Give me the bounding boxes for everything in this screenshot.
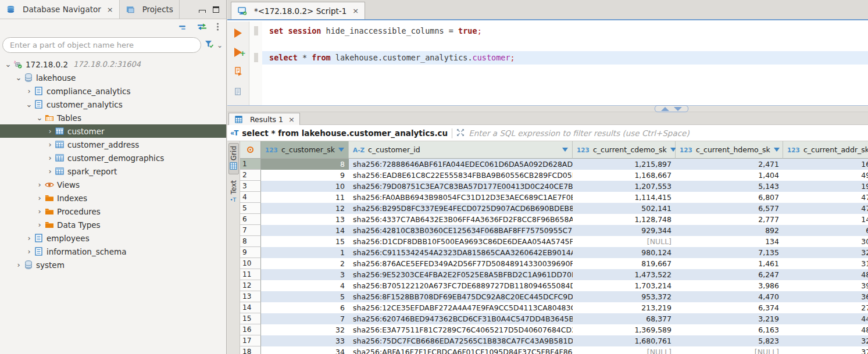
expand-filter-icon[interactable] xyxy=(456,128,465,138)
tree-item-172-18-0-2[interactable]: ⌄172.18.0.2172.18.0.2:31604 xyxy=(0,58,226,71)
chevron-collapsed-icon[interactable]: › xyxy=(24,234,34,242)
grid-cell[interactable]: 819,667 xyxy=(573,258,676,269)
code-line[interactable]: select * from lakehouse.customer_analyti… xyxy=(262,51,868,65)
grid-cell[interactable]: 2,777 xyxy=(676,214,783,225)
column-header-c_customer_id[interactable]: A-Zc_customer_id xyxy=(349,141,573,159)
grid-cell[interactable]: 2,471 xyxy=(676,159,783,170)
tree-item-spark-report[interactable]: ›spark_report xyxy=(0,165,226,178)
grid-cell[interactable]: 10 xyxy=(261,181,349,192)
grid-cell[interactable]: 27,089 xyxy=(783,302,868,313)
grid-cell[interactable]: 49,388 xyxy=(783,170,868,181)
grid-cell[interactable]: 36,365 xyxy=(783,291,868,302)
grid-cell[interactable]: sha256:4337C7AB6432E3B06FF4A3636FD2F8CC8… xyxy=(349,214,573,225)
chevron-collapsed-icon[interactable]: › xyxy=(35,194,44,202)
row-number[interactable]: 14 xyxy=(240,302,261,313)
grid-cell[interactable]: 30,469 xyxy=(783,236,868,247)
grid-cell[interactable]: 953,372 xyxy=(573,291,676,302)
grid-cell[interactable]: 4,470 xyxy=(676,291,783,302)
grid-cell[interactable]: 1,473,522 xyxy=(573,269,676,280)
grid-cell[interactable]: 32,941 xyxy=(783,247,868,258)
grid-cell[interactable]: 48,579 xyxy=(783,269,868,280)
row-number[interactable]: 10 xyxy=(240,258,261,269)
grid-cell[interactable]: 1,128,748 xyxy=(573,214,676,225)
grid-cell[interactable]: 4 xyxy=(261,280,349,291)
grid-cell[interactable]: sha256:B705122120A673FC7DE6889727DB11809… xyxy=(349,280,573,291)
tree-item-customer-address[interactable]: ›customer_address xyxy=(0,138,226,151)
row-number[interactable]: 7 xyxy=(240,225,261,236)
column-filter-dropdown-icon[interactable] xyxy=(774,148,780,152)
grid-cell[interactable]: [NULL] xyxy=(573,346,676,354)
chevron-collapsed-icon[interactable]: › xyxy=(24,247,34,256)
chevron-collapsed-icon[interactable]: › xyxy=(14,260,23,269)
tab-sql-script[interactable]: *<172.18.0.2> Script-1 × xyxy=(231,2,365,19)
select-all-corner[interactable] xyxy=(240,141,261,159)
row-number[interactable]: 6 xyxy=(240,214,261,225)
grid-cell[interactable]: 1,703,214 xyxy=(573,280,676,291)
row-number[interactable]: 3 xyxy=(240,181,261,192)
grid-cell[interactable]: 1,168,667 xyxy=(573,170,676,181)
row-number[interactable]: 15 xyxy=(240,313,261,324)
grid-cell[interactable]: sha256:8F1528BB708DF69EB475DC92A8C20EC44… xyxy=(349,291,573,302)
tree-item-lakehouse[interactable]: ⌄lakehouse xyxy=(0,71,226,84)
execute-statement-icon[interactable] xyxy=(234,28,242,38)
grid-cell[interactable]: 31,651 xyxy=(783,258,868,269)
collapse-down-icon[interactable] xyxy=(674,107,682,111)
grid-cell[interactable]: 7,135 xyxy=(676,247,783,258)
tree-item-compliance-analytics[interactable]: ›compliance_analytics xyxy=(0,84,226,98)
filter-dropdown-icon[interactable]: ⌄ xyxy=(217,41,223,49)
tree-item-employees[interactable]: ›employees xyxy=(0,231,226,245)
grid-cell[interactable]: 1 xyxy=(261,247,349,258)
grid-cell[interactable]: sha256:E3A77511F81C7289C76C4065217D5D406… xyxy=(349,324,573,335)
grid-cell[interactable]: 980,124 xyxy=(573,247,676,258)
grid-cell[interactable]: 5 xyxy=(261,291,349,302)
explain-plan-icon[interactable] xyxy=(234,88,242,98)
chevron-collapsed-icon[interactable]: › xyxy=(35,180,44,189)
grid-cell[interactable]: sha256:620746BED947362BCD6CF31B0A4C547DD… xyxy=(349,313,573,324)
grid-cell[interactable]: sha256:12CE35EFDABF272A4A47E9FA9CC5D4113… xyxy=(349,302,573,313)
grid-cell[interactable]: sha256:9E52303CE4FBA2E2F0525E8A5BFBD2C1A… xyxy=(349,269,573,280)
grid-cell[interactable]: sha256:42810C83B0360CE125634F068BAF8FF75… xyxy=(349,225,573,236)
grid-cell[interactable]: 9 xyxy=(261,170,349,181)
execute-script-icon[interactable] xyxy=(234,67,243,78)
chevron-expanded-icon[interactable]: ⌄ xyxy=(3,60,13,69)
grid-cell[interactable]: 1,404 xyxy=(676,170,783,181)
column-filter-dropdown-icon[interactable] xyxy=(338,148,344,152)
grid-cell[interactable]: 19,583 xyxy=(783,181,868,192)
grid-cell[interactable]: 2 xyxy=(261,258,349,269)
row-number[interactable]: 16 xyxy=(240,324,261,335)
grid-cell[interactable]: 48,299 xyxy=(783,324,868,335)
close-icon[interactable]: × xyxy=(352,6,359,15)
row-number[interactable]: 11 xyxy=(240,269,261,280)
view-menu-icon[interactable] xyxy=(216,23,219,33)
tree-item-data-types[interactable]: ›Data Types xyxy=(0,218,226,231)
grid-cell[interactable]: sha256:72888646ABF61FA044EDEC061D6DA5A09… xyxy=(349,159,573,170)
row-number[interactable]: 18 xyxy=(240,346,261,354)
grid-cell[interactable]: 32 xyxy=(261,324,349,335)
chevron-collapsed-icon[interactable]: › xyxy=(35,207,44,216)
chevron-collapsed-icon[interactable]: › xyxy=(24,87,34,95)
row-number[interactable]: 8 xyxy=(240,236,261,247)
grid-cell[interactable]: 6,374 xyxy=(676,302,783,313)
grid-cell[interactable]: sha256:B295D8FC337E9E4FECD0725D907ACD6B6… xyxy=(349,203,573,214)
row-number[interactable]: 4 xyxy=(240,192,261,203)
grid-cell[interactable]: 33 xyxy=(261,335,349,346)
tree-item-information-schema[interactable]: ›information_schema xyxy=(0,245,226,258)
grid-cell[interactable]: 6,577 xyxy=(676,203,783,214)
column-header-c_current_addr_sk[interactable]: 123c_current_addr_sk xyxy=(783,141,868,159)
grid-cell[interactable]: 6,163 xyxy=(676,324,783,335)
tree-item-tables[interactable]: ⌄Tables xyxy=(0,111,226,124)
execute-new-tab-icon[interactable]: + xyxy=(234,48,242,57)
grid-cell[interactable]: sha256:EAD8E61C8C22E555834FBBA9B60556CB2… xyxy=(349,170,573,181)
grid-cell[interactable]: 14 xyxy=(261,225,349,236)
row-number[interactable]: 13 xyxy=(240,291,261,302)
grid-cell[interactable]: 11 xyxy=(261,192,349,203)
grid-cell[interactable]: 39,552 xyxy=(783,280,868,291)
row-number[interactable]: 12 xyxy=(240,280,261,291)
collapse-all-icon[interactable] xyxy=(179,23,188,32)
tab-projects[interactable]: Projects xyxy=(120,0,180,19)
grid-cell[interactable]: 892 xyxy=(676,225,783,236)
column-header-c_customer_sk[interactable]: 123c_customer_sk xyxy=(261,141,349,159)
row-number[interactable]: 17 xyxy=(240,335,261,346)
grid-cell[interactable]: 47,366 xyxy=(783,203,868,214)
collapse-up-icon[interactable] xyxy=(661,107,669,111)
